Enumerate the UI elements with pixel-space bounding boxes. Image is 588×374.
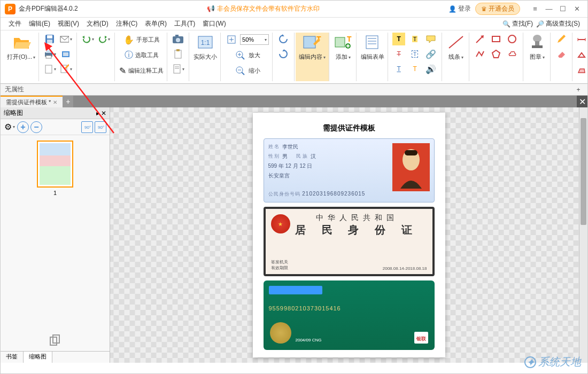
clipboard-button[interactable] [172, 48, 184, 60]
edit-content-button[interactable]: T 编辑内容▾ [299, 33, 326, 61]
select-tool-button[interactable]: ⓘ选取工具 [125, 48, 159, 62]
svg-rect-26 [304, 36, 315, 48]
thumb-settings-button[interactable]: ⚙▾ [4, 121, 16, 133]
tab-label: 需提供证件模板 * [6, 98, 51, 106]
doc-button[interactable]: ▾ [172, 63, 184, 75]
area-button[interactable]: 面积 [577, 64, 588, 77]
lines-button[interactable]: 线条▾ [446, 33, 466, 61]
thumb-zoom-out-button[interactable]: − [30, 121, 42, 133]
zoom-out-button[interactable]: 缩小 [234, 64, 260, 77]
search-icon: 🔍 [502, 20, 510, 28]
id-card-back: ★ 中华人民共和国 居 民 身 份 证 签发机关有效期限 2008.08.14-… [264, 207, 435, 276]
edit-icon: ✎ [119, 66, 126, 76]
close-button[interactable]: ✕ [570, 5, 583, 13]
zoom-in-button[interactable]: 放大 [234, 48, 260, 62]
side-panel-title: 缩略图 ▸ ✕ [1, 107, 110, 119]
save-button[interactable] [43, 33, 56, 45]
vertical-scrollbar[interactable] [579, 107, 587, 363]
svg-rect-15 [176, 49, 180, 51]
print-button[interactable]: ▾ [43, 48, 56, 60]
tabbar-close-button[interactable]: ✕ [577, 96, 587, 107]
actual-size-button[interactable]: 1:1 实际大小 [194, 33, 217, 61]
edit-comment-tool-button[interactable]: ✎编辑注释工具 [119, 64, 164, 77]
unionpay-logo: 银联 [414, 332, 428, 344]
sidebar-tab-bookmarks[interactable]: 书签 [1, 352, 24, 363]
svg-point-39 [533, 35, 541, 42]
properties-add-button[interactable]: + [574, 86, 583, 94]
zoom-out-icon [234, 64, 246, 77]
perimeter-button[interactable]: 周长 [577, 48, 588, 62]
text-box-button[interactable]: T [408, 48, 421, 60]
hand-tool-button[interactable]: ✋手形工具 [123, 33, 160, 46]
document-tab[interactable]: 需提供证件模板 * ✕ [1, 96, 63, 107]
insert-text-button[interactable]: T [408, 63, 421, 75]
maximize-button[interactable]: ☐ [556, 5, 569, 13]
redo-button[interactable]: ▾ [97, 33, 110, 45]
undo-button[interactable]: ▾ [81, 33, 94, 45]
find-button[interactable]: 🔍查找(F) [502, 19, 533, 28]
underline-button[interactable]: T [392, 63, 405, 75]
svg-rect-13 [175, 35, 179, 37]
svg-rect-48 [405, 150, 417, 155]
panel-menu-button[interactable]: ▸ ✕ [96, 110, 106, 117]
add-button[interactable]: T 添加▾ [334, 33, 353, 61]
polyline-button[interactable] [474, 48, 486, 60]
thumb-rotate-left-button[interactable]: 90° [81, 121, 93, 133]
rect-button[interactable] [490, 33, 502, 45]
rotate-left-button[interactable] [277, 33, 290, 45]
strikethrough-button[interactable]: T [392, 48, 405, 60]
menu-table[interactable]: 表单(R) [141, 19, 171, 28]
doc-title: 需提供证件模板 [261, 123, 437, 133]
adv-find-button[interactable]: 🔎高级查找(S) [536, 19, 580, 28]
zoom-in-icon [234, 49, 246, 61]
polygon-button[interactable] [490, 48, 502, 60]
menu-window[interactable]: 窗口(W) [199, 19, 229, 28]
watermark-notice: 📢 非会员保存文件会带有软件官方水印 [78, 4, 448, 13]
mail-button[interactable]: ▾ [59, 33, 72, 45]
sound-button[interactable]: 🔊 [424, 63, 437, 75]
snapshot-button[interactable] [172, 33, 184, 45]
new-tab-button[interactable]: + [63, 96, 73, 107]
national-emblem-icon: ★ [271, 214, 290, 233]
minimize-button[interactable]: — [543, 5, 555, 13]
tab-close-button[interactable]: ✕ [53, 99, 57, 105]
menu-edit[interactable]: 编辑(E) [25, 19, 54, 28]
highlight-button[interactable]: T [392, 33, 405, 45]
svg-rect-2 [47, 40, 52, 43]
menu-view[interactable]: 视图(V) [54, 19, 83, 28]
distance-button[interactable]: 距离 [577, 33, 588, 46]
menu-file[interactable]: 文件 [5, 19, 25, 28]
thumb-rotate-right-button[interactable]: 90° [95, 121, 106, 133]
circle-button[interactable] [506, 33, 519, 45]
compose-button[interactable]: ▾ [59, 63, 72, 75]
blank-button[interactable]: ▾ [43, 63, 56, 75]
rotate-right-button[interactable] [277, 48, 290, 60]
text-highlight-button[interactable]: T [408, 33, 421, 45]
vip-button[interactable]: ♛ 开通会员 [475, 3, 520, 15]
stamp-button[interactable]: 图章▾ [528, 33, 547, 61]
arrow-button[interactable] [474, 33, 486, 45]
zoom-combo[interactable]: 50%▾ [240, 34, 269, 45]
menu-comment[interactable]: 注释(C) [112, 19, 142, 28]
note-button[interactable] [424, 33, 437, 45]
app-logo: P [5, 4, 16, 14]
menu-button[interactable]: ≡ [529, 5, 541, 13]
copy-icon[interactable] [1, 330, 110, 351]
svg-text:90°: 90° [98, 125, 104, 130]
fit-icon[interactable] [225, 33, 238, 46]
eraser-button[interactable] [555, 48, 568, 60]
edit-form-button[interactable]: 编辑表单 [361, 33, 384, 61]
cloud-button[interactable] [506, 48, 519, 60]
coin-icon [270, 322, 291, 344]
link-button[interactable]: 🔗 [424, 48, 437, 60]
menu-tools[interactable]: 工具(T) [171, 19, 199, 28]
sidebar-tab-thumbnails[interactable]: 缩略图 [24, 352, 52, 363]
menu-document[interactable]: 文档(D) [83, 19, 112, 28]
login-button[interactable]: 👤 登录 [448, 4, 471, 13]
thumb-zoom-in-button[interactable]: + [17, 121, 29, 133]
open-button[interactable]: 打开(O)...▾ [7, 33, 35, 61]
viewer[interactable]: 需提供证件模板 姓 名李世民 性 别男民 族汉 599 年 12 月 12 日 … [110, 107, 587, 363]
page-thumbnail[interactable] [37, 141, 73, 188]
scan-button[interactable] [59, 48, 72, 60]
pencil-button[interactable] [555, 33, 568, 45]
